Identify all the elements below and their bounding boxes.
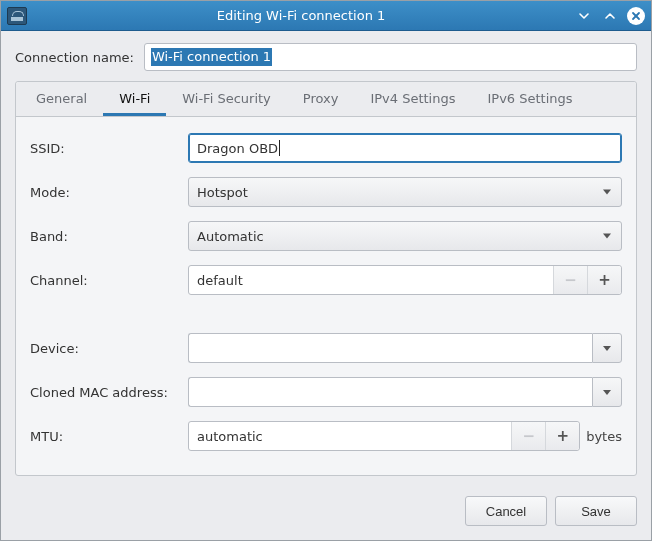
spacer [30,309,622,319]
text-cursor [279,140,280,156]
channel-increment[interactable]: + [587,266,621,294]
window: Editing Wi-Fi connection 1 [0,0,652,541]
channel-value: default [189,266,553,294]
app-icon [7,7,27,25]
device-combo[interactable] [188,333,622,363]
dialog-footer: Cancel Save [1,486,651,540]
close-button[interactable] [627,7,645,25]
mode-select[interactable]: Hotspot [188,177,622,207]
cloned-mac-dropdown-button[interactable] [592,377,622,407]
channel-row: default − + [188,265,622,295]
mtu-row: automatic − + bytes [188,421,622,451]
chevron-down-icon [577,9,591,23]
tab-ipv4-settings[interactable]: IPv4 Settings [354,82,471,116]
connection-name-value: Wi-Fi connection 1 [151,48,272,66]
content-area: Connection name: Wi-Fi connection 1 Gene… [1,31,651,486]
mtu-value: automatic [189,422,511,450]
mtu-unit: bytes [586,429,622,444]
minimize-button[interactable] [575,7,593,25]
device-entry[interactable] [188,333,592,363]
maximize-button[interactable] [601,7,619,25]
tab-wifi-security[interactable]: Wi-Fi Security [166,82,287,116]
ssid-label: SSID: [30,141,180,156]
ssid-input[interactable]: Dragon OBD [188,133,622,163]
mtu-increment[interactable]: + [545,422,579,450]
titlebar: Editing Wi-Fi connection 1 [1,1,651,31]
chevron-up-icon [603,9,617,23]
device-label: Device: [30,341,180,356]
channel-label: Channel: [30,273,180,288]
chevron-down-icon [603,190,611,195]
tab-bar: General Wi-Fi Wi-Fi Security Proxy IPv4 … [16,82,636,117]
cloned-mac-entry[interactable] [188,377,592,407]
device-dropdown-button[interactable] [592,333,622,363]
connection-name-label: Connection name: [15,50,134,65]
chevron-down-icon [603,390,611,395]
mode-value: Hotspot [197,185,248,200]
band-value: Automatic [197,229,264,244]
close-icon [630,10,642,22]
chevron-down-icon [603,346,611,351]
cloned-mac-combo[interactable] [188,377,622,407]
tab-notebook: General Wi-Fi Wi-Fi Security Proxy IPv4 … [15,81,637,476]
cloned-mac-label: Cloned MAC address: [30,385,180,400]
band-select[interactable]: Automatic [188,221,622,251]
channel-decrement[interactable]: − [553,266,587,294]
connection-name-input[interactable]: Wi-Fi connection 1 [144,43,637,71]
wifi-tab-page: SSID: Dragon OBD Mode: Hotspot Band: Aut… [16,117,636,471]
tab-proxy[interactable]: Proxy [287,82,355,116]
mtu-decrement[interactable]: − [511,422,545,450]
band-label: Band: [30,229,180,244]
mode-label: Mode: [30,185,180,200]
tab-ipv6-settings[interactable]: IPv6 Settings [472,82,589,116]
tab-wifi[interactable]: Wi-Fi [103,82,166,116]
window-title: Editing Wi-Fi connection 1 [27,8,575,23]
mtu-label: MTU: [30,429,180,444]
save-button[interactable]: Save [555,496,637,526]
cancel-button[interactable]: Cancel [465,496,547,526]
chevron-down-icon [603,234,611,239]
channel-spin[interactable]: default − + [188,265,622,295]
mtu-spin[interactable]: automatic − + [188,421,580,451]
tab-general[interactable]: General [20,82,103,116]
ssid-value: Dragon OBD [197,141,278,156]
connection-name-row: Connection name: Wi-Fi connection 1 [15,43,637,71]
